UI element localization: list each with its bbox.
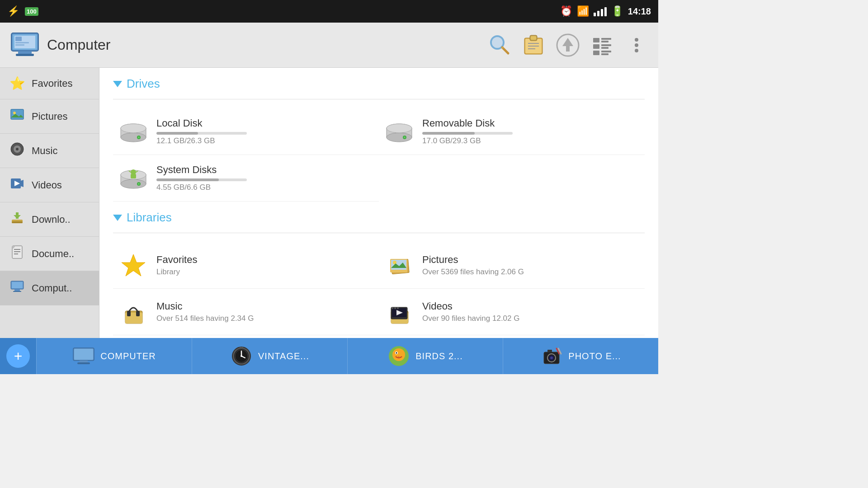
svg-rect-29 [601,51,611,52]
removable-disk-item[interactable]: Removable Disk 17.0 GB/29.3 GB [379,108,645,155]
sidebar-item-downloads-label: Downlo.. [32,214,71,225]
battery-icon: 🔋 [611,5,623,17]
computer-sidebar-icon [9,279,25,297]
sidebar-item-videos[interactable]: Videos [0,168,99,202]
svg-rect-88 [127,311,131,316]
sidebar-item-pictures[interactable]: Pictures [0,99,99,134]
sidebar-item-documents[interactable]: Docume.. [0,237,99,271]
taskbar-vintage-label: VINTAGE... [258,351,309,361]
up-button[interactable] [555,33,580,58]
taskbar-add-button[interactable]: + [0,338,36,374]
svg-point-110 [392,348,405,361]
more-options-button[interactable] [624,33,649,58]
signal-icon [594,6,607,16]
svg-marker-20 [562,38,573,46]
music-library-name: Music [156,300,254,312]
local-disk-info: Local Disk 12.1 GB/26.3 GB [156,117,247,145]
svg-rect-100 [80,361,88,362]
svg-rect-23 [601,38,611,40]
status-bar-right: ⏰ 📶 🔋 14:18 [560,5,651,17]
more-options-icon [630,33,643,58]
svg-point-112 [396,352,397,354]
svg-marker-42 [21,180,24,187]
taskbar: + COMPUTER [0,338,658,374]
local-disk-icon [118,116,149,147]
search-icon [486,33,512,58]
removable-disk-info: Removable Disk 17.0 GB/29.3 GB [422,117,513,145]
videos-library-name: Videos [422,300,519,312]
local-disk-item[interactable]: Local Disk 12.1 GB/26.3 GB [113,108,379,155]
sidebar-item-computer-label: Comput.. [32,282,72,294]
svg-point-79 [138,183,140,185]
sidebar-item-favorites-label: Favorites [32,78,72,89]
svg-rect-55 [12,282,23,288]
svg-rect-28 [593,51,599,55]
svg-rect-47 [16,212,19,219]
sidebar-item-videos-label: Videos [32,179,62,191]
videos-library-icon [383,296,415,328]
toolbar-actions [486,33,649,58]
sidebar-item-music[interactable]: Music [0,134,99,168]
svg-rect-56 [14,289,20,291]
system-disks-item[interactable]: System Disks 4.55 GB/6.6 GB [113,155,379,202]
svg-rect-7 [15,44,24,46]
local-disk-name: Local Disk [156,117,247,129]
taskbar-photo-icon [540,345,563,367]
svg-rect-108 [240,347,243,349]
svg-point-31 [635,38,638,42]
removable-disk-progress-fill [422,132,475,135]
taskbar-item-vintage[interactable]: VINTAGE... [192,338,347,374]
libraries-grid: Favorites Library Pict [113,242,645,335]
sidebar-item-music-label: Music [32,145,57,157]
taskbar-birds-label: BIRDS 2... [415,351,462,361]
videos-library-item[interactable]: Videos Over 90 files having 12.02 G [379,289,645,335]
svg-rect-118 [547,350,552,352]
svg-rect-97 [397,307,399,309]
search-button[interactable] [486,33,512,58]
music-library-icon [118,296,149,328]
local-disk-progress-fill [156,132,198,135]
music-library-item[interactable]: Music Over 514 files having 2.34 G [113,289,379,335]
system-disks-icon [118,162,149,194]
music-icon [9,142,25,160]
drives-triangle [113,81,122,87]
taskbar-item-birds[interactable]: BIRDS 2... [347,338,503,374]
pictures-icon [9,108,25,125]
clipboard-button[interactable] [521,33,546,58]
svg-point-69 [404,136,406,138]
sidebar-item-favorites[interactable]: ⭐ Favorites [0,68,99,99]
system-disks-info: System Disks 4.55 GB/6.6 GB [156,164,247,192]
favorites-icon: ⭐ [9,76,25,91]
clipboard-icon [521,33,546,58]
sidebar-item-downloads[interactable]: Downlo.. [0,202,99,237]
videos-library-detail: Over 90 files having 12.02 G [422,314,519,323]
favorites-library-name: Favorites [156,254,197,266]
downloads-icon [9,211,25,228]
pictures-library-item[interactable]: Pictures Over 5369 files having 2.06 G [379,242,645,289]
svg-rect-96 [394,307,396,309]
taskbar-photo-label: PHOTO E... [568,351,621,361]
view-toggle-button[interactable] [590,33,615,58]
svg-rect-15 [531,36,536,40]
favorites-library-item[interactable]: Favorites Library [113,242,379,289]
svg-point-67 [387,124,412,133]
up-icon [555,33,580,58]
drives-title: Drives [127,77,160,91]
taskbar-item-computer[interactable]: COMPUTER [36,338,192,374]
drives-section-header: Drives [113,77,645,94]
favorites-library-info: Favorites Library [156,254,197,277]
svg-point-117 [550,357,553,359]
taskbar-item-photo[interactable]: PHOTO E... [503,338,658,374]
svg-rect-57 [13,291,21,292]
libraries-title: Libraries [127,211,172,225]
svg-point-9 [492,37,503,48]
taskbar-computer-icon [72,345,95,367]
sidebar-item-computer[interactable]: Comput.. [0,271,99,305]
svg-point-63 [138,136,140,138]
taskbar-computer-label: COMPUTER [100,351,156,361]
add-icon: + [6,344,30,368]
status-bar: ⚡ 100 ⏰ 📶 🔋 14:18 [0,0,658,23]
main-container: ⭐ Favorites Pictures [0,68,658,338]
drives-divider [113,99,645,99]
svg-rect-45 [12,221,23,223]
